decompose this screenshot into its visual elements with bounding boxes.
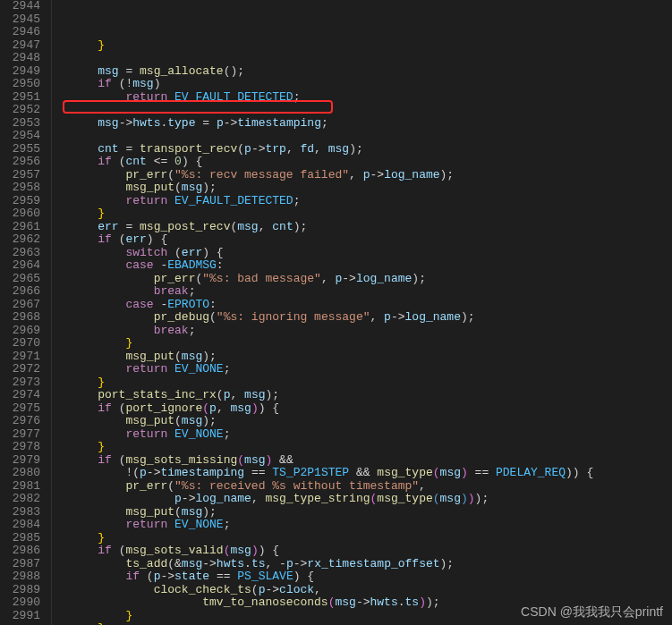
line-number: 2963 [5, 247, 40, 260]
code-area[interactable]: } msg = msg_allocate(); if (!msg) return… [52, 0, 672, 625]
line-number: 2987 [5, 558, 40, 571]
code-line[interactable]: return EV_NONE; [70, 428, 672, 442]
line-number: 2956 [5, 156, 40, 169]
code-line[interactable]: if (msg_sots_valid(msg)) { [70, 545, 672, 558]
code-line[interactable]: switch (err) { [70, 247, 672, 260]
code-line[interactable]: err = msg_post_recv(msg, cnt); [70, 221, 672, 234]
line-number: 2960 [5, 207, 40, 221]
line-number: 2991 [5, 610, 40, 623]
code-line[interactable]: case -EBADMSG: [70, 259, 672, 273]
line-number: 2968 [5, 311, 40, 325]
code-line[interactable]: !(p->timestamping == TS_P2P1STEP && msg_… [70, 467, 672, 480]
line-number: 2971 [5, 351, 40, 364]
code-line[interactable] [70, 104, 672, 117]
code-line[interactable]: if (msg_sots_missing(msg) && [70, 454, 672, 468]
line-number: 2965 [5, 273, 40, 286]
line-number: 2969 [5, 325, 40, 338]
line-number: 2950 [5, 78, 40, 91]
line-number: 2947 [5, 39, 40, 53]
line-number: 2970 [5, 337, 40, 351]
line-number: 2986 [5, 545, 40, 558]
line-number: 2964 [5, 259, 40, 273]
code-line[interactable]: case -EPROTO: [70, 299, 672, 312]
line-number: 2981 [5, 480, 40, 494]
code-line[interactable]: return EV_FAULT_DETECTED; [70, 91, 672, 105]
code-line[interactable] [70, 52, 672, 65]
line-number: 2985 [5, 532, 40, 545]
line-number: 2954 [5, 130, 40, 143]
code-line[interactable]: return EV_NONE; [70, 363, 672, 376]
line-number: 2966 [5, 285, 40, 299]
code-line[interactable]: return EV_FAULT_DETECTED; [70, 195, 672, 208]
line-number: 2959 [5, 195, 40, 208]
code-line[interactable]: break; [70, 285, 672, 299]
code-line[interactable]: if (!msg) [70, 78, 672, 91]
line-number: 2983 [5, 506, 40, 519]
line-number: 2955 [5, 143, 40, 156]
code-line[interactable]: ts_add(&msg->hwts.ts, -p->rx_timestamp_o… [70, 558, 672, 571]
line-number: 2988 [5, 570, 40, 584]
code-line[interactable] [70, 130, 672, 143]
code-line[interactable]: pr_debug("%s: ignoring message", p->log_… [70, 311, 672, 325]
line-number: 2977 [5, 428, 40, 442]
code-line[interactable]: } [70, 337, 672, 351]
code-line[interactable]: pr_err("%s: bad message", p->log_name); [70, 273, 672, 286]
line-number: 2972 [5, 363, 40, 376]
code-line[interactable]: msg_put(msg); [70, 351, 672, 364]
code-line[interactable]: } [70, 207, 672, 221]
line-number-gutter: 2944294529462947294829492950295129522953… [0, 0, 52, 625]
code-editor[interactable]: 2944294529462947294829492950295129522953… [0, 0, 672, 625]
line-number: 2952 [5, 104, 40, 117]
line-number: 2989 [5, 584, 40, 597]
code-line[interactable]: if (p->state == PS_SLAVE) { [70, 570, 672, 584]
line-number: 2974 [5, 389, 40, 402]
code-line[interactable]: } [70, 376, 672, 390]
line-number: 2944 [5, 0, 40, 13]
code-line[interactable]: msg_put(msg); [70, 415, 672, 428]
line-number: 2951 [5, 91, 40, 105]
code-line[interactable]: if (port_ignore(p, msg)) { [70, 402, 672, 416]
line-number: 2976 [5, 415, 40, 428]
line-number: 2945 [5, 13, 40, 27]
code-line[interactable]: pr_err("%s: received %s without timestam… [70, 480, 672, 494]
line-number: 2948 [5, 52, 40, 65]
line-number: 2984 [5, 519, 40, 532]
line-number: 2982 [5, 493, 40, 506]
line-number: 2979 [5, 454, 40, 468]
line-number: 2967 [5, 299, 40, 312]
line-number: 2949 [5, 65, 40, 79]
line-number: 2978 [5, 441, 40, 454]
code-line[interactable]: msg_put(msg); [70, 182, 672, 195]
line-number: 2957 [5, 169, 40, 182]
code-line[interactable]: cnt = transport_recv(p->trp, fd, msg); [70, 143, 672, 156]
code-line[interactable]: pr_err("%s: recv message failed", p->log… [70, 169, 672, 182]
line-number: 2962 [5, 233, 40, 247]
watermark: CSDN @我我我只会printf [521, 605, 663, 619]
line-number: 2961 [5, 221, 40, 234]
line-number: 2958 [5, 182, 40, 195]
code-line[interactable]: } [70, 532, 672, 545]
line-number: 2946 [5, 26, 40, 39]
line-number: 2953 [5, 117, 40, 131]
code-line[interactable]: msg->hwts.type = p->timestamping; [70, 117, 672, 131]
code-line[interactable]: if (cnt <= 0) { [70, 156, 672, 169]
code-line[interactable]: p->log_name, msg_type_string(msg_type(ms… [70, 493, 672, 506]
code-line[interactable]: return EV_NONE; [70, 519, 672, 532]
code-line[interactable]: } [70, 39, 672, 53]
code-line[interactable]: msg = msg_allocate(); [70, 65, 672, 79]
line-number: 2975 [5, 402, 40, 416]
code-line[interactable]: msg_put(msg); [70, 506, 672, 519]
code-line[interactable]: clock_check_ts(p->clock, [70, 584, 672, 597]
code-line[interactable]: if (err) { [70, 233, 672, 247]
code-line[interactable]: break; [70, 325, 672, 338]
code-line[interactable]: port_stats_inc_rx(p, msg); [70, 389, 672, 402]
code-line[interactable]: } [70, 441, 672, 454]
line-number: 2973 [5, 376, 40, 390]
line-number: 2980 [5, 467, 40, 480]
line-number: 2990 [5, 596, 40, 610]
